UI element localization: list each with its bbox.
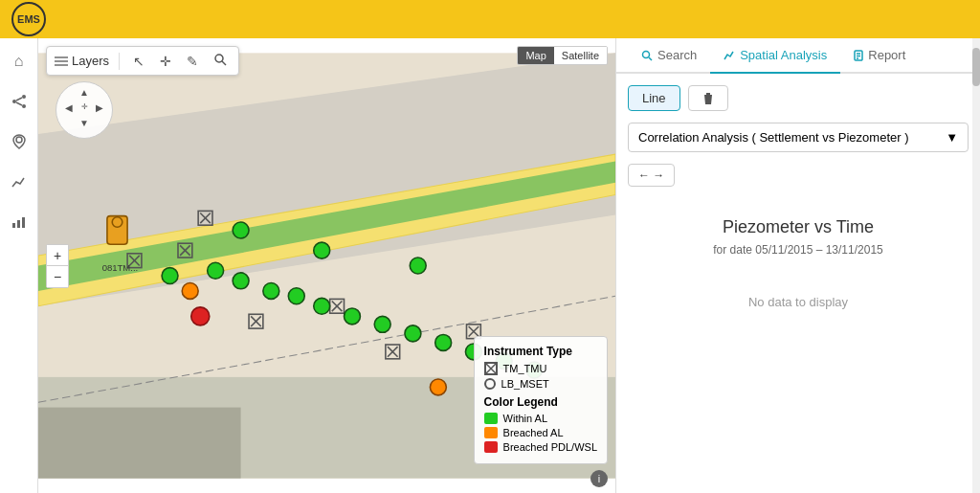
home-icon[interactable]: ⌂: [6, 48, 33, 75]
analysis-dropdown[interactable]: Correlation Analysis ( Settlement vs Pie…: [628, 123, 969, 152]
line-chart-icon[interactable]: [6, 168, 33, 195]
toolbar-divider: [119, 53, 120, 70]
svg-point-42: [162, 268, 178, 284]
breached-al-color: [484, 427, 498, 438]
svg-point-51: [435, 334, 452, 350]
svg-point-62: [112, 217, 122, 228]
svg-rect-7: [17, 220, 20, 228]
legend-tm-tmu: TM_TMU: [484, 362, 597, 375]
zoom-in-button[interactable]: +: [47, 245, 68, 266]
svg-point-57: [410, 258, 426, 274]
legend-breached-pdl: Breached PDL/WSL: [484, 441, 597, 453]
svg-point-58: [182, 282, 198, 299]
legend-lb-mset: LB_MSET: [484, 378, 597, 390]
svg-line-67: [649, 57, 652, 60]
right-panel: Search Spatial Analysis Report Line Co: [616, 38, 980, 493]
nav-up[interactable]: ▲: [77, 87, 92, 102]
map-legend: Instrument Type TM_TMU LB_MSET Color Leg…: [474, 336, 608, 464]
svg-point-44: [233, 273, 249, 289]
svg-point-5: [16, 137, 22, 143]
nav-right[interactable]: ▶: [92, 102, 107, 118]
satellite-view-button[interactable]: Satellite: [554, 47, 607, 64]
chart-area: Piezometer vs Time for date 05/11/2015 –…: [628, 198, 969, 328]
chart-subtitle: for date 05/11/2015 – 13/11/2015: [628, 243, 969, 257]
zoom-out-button[interactable]: −: [47, 266, 68, 287]
scrollbar-thumb[interactable]: [972, 48, 980, 86]
lb-mset-icon: [484, 378, 496, 390]
svg-point-56: [314, 242, 330, 258]
pan-tool-button[interactable]: ✛: [156, 52, 175, 71]
svg-point-48: [344, 308, 360, 325]
map-view-button[interactable]: Map: [518, 47, 553, 64]
topbar: EMS: [0, 0, 980, 38]
legend-breached-al: Breached AL: [484, 427, 597, 438]
lb-mset-label: LB_MSET: [501, 378, 549, 390]
right-tabs: Search Spatial Analysis Report: [616, 38, 980, 74]
svg-point-50: [405, 325, 421, 342]
within-al-label: Within AL: [503, 413, 547, 424]
svg-rect-6: [12, 223, 15, 228]
svg-point-47: [314, 298, 330, 314]
svg-point-46: [288, 288, 304, 304]
line-button[interactable]: Line: [628, 85, 680, 111]
svg-rect-19: [38, 408, 241, 479]
report-tab[interactable]: Report: [840, 38, 919, 74]
svg-line-4: [16, 102, 22, 105]
scrollbar-track[interactable]: [972, 38, 980, 493]
svg-text:081TM...: 081TM...: [102, 262, 139, 273]
tm-tmu-label: TM_TMU: [503, 363, 547, 374]
svg-point-0: [22, 95, 26, 99]
info-button[interactable]: i: [590, 470, 608, 487]
nav-down[interactable]: ▼: [77, 118, 92, 133]
share-icon[interactable]: [6, 88, 33, 115]
right-content: Line Correlation Analysis ( Settlement v…: [616, 74, 980, 493]
svg-line-3: [16, 98, 22, 101]
breached-pdl-color: [484, 441, 498, 453]
spatial-analysis-tab[interactable]: Spatial Analysis: [710, 38, 840, 74]
legend-within-al: Within AL: [484, 413, 597, 424]
bar-chart-icon[interactable]: [6, 209, 33, 235]
svg-point-43: [208, 262, 224, 279]
map-toolbar: Layers ↖ ✛ ✎: [46, 46, 239, 76]
navigate-button[interactable]: ← →: [628, 164, 675, 187]
location-icon[interactable]: [6, 128, 33, 155]
instrument-type-title: Instrument Type: [484, 345, 597, 358]
layers-label: Layers: [55, 54, 109, 68]
left-sidebar: ⌂: [0, 38, 38, 493]
map-satellite-toggle: Map Satellite: [517, 46, 608, 65]
sub-toolbar: ← →: [628, 164, 969, 187]
ems-logo[interactable]: EMS: [11, 2, 46, 36]
svg-point-49: [374, 316, 390, 332]
zoom-controls: + −: [46, 244, 69, 288]
svg-point-45: [263, 282, 279, 299]
svg-point-66: [643, 51, 650, 57]
move-tool-button[interactable]: ↖: [129, 52, 148, 71]
map-container: Layers ↖ ✛ ✎ Map Satellite: [38, 38, 616, 493]
search-tab[interactable]: Search: [628, 38, 710, 74]
chevron-down-icon: ▼: [946, 130, 958, 145]
no-data-text: No data to display: [628, 295, 969, 309]
delete-button[interactable]: [688, 85, 728, 111]
within-al-color: [484, 413, 498, 424]
color-legend-title: Color Legend: [484, 395, 597, 409]
svg-point-2: [22, 104, 26, 108]
svg-point-55: [233, 222, 249, 238]
svg-point-1: [12, 100, 16, 103]
nav-left[interactable]: ◀: [61, 102, 77, 118]
svg-point-59: [430, 379, 446, 395]
action-buttons: Line: [628, 85, 969, 111]
breached-al-label: Breached AL: [503, 427, 564, 438]
chart-title: Piezometer vs Time: [628, 217, 969, 237]
nav-control[interactable]: ▲ ◀✛▶ ▼: [56, 81, 113, 139]
breached-pdl-label: Breached PDL/WSL: [503, 441, 597, 453]
search-tool-button[interactable]: [210, 51, 231, 71]
svg-line-13: [222, 61, 226, 65]
draw-tool-button[interactable]: ✎: [183, 52, 202, 71]
main-layout: ⌂: [0, 38, 980, 493]
svg-rect-8: [22, 217, 25, 228]
svg-point-12: [215, 55, 223, 62]
svg-point-60: [191, 307, 210, 325]
